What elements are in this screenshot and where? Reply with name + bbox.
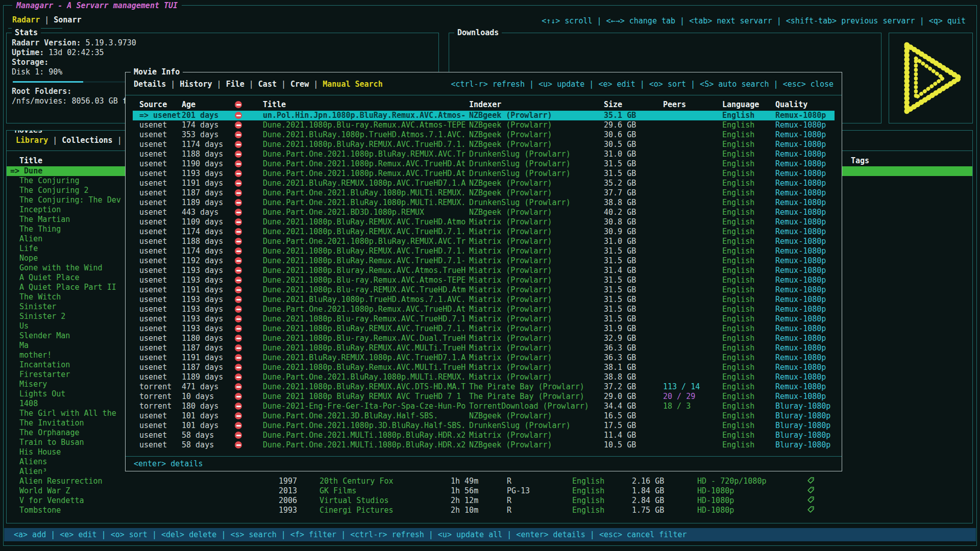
release-indexer: Miatrix (Prowlarr) (469, 305, 604, 314)
search-result-row[interactable]: => usenet201 daysun.Pol.Hin.Jpn.1080p.Bl… (133, 111, 835, 120)
movie-title: Train to Busan (19, 438, 84, 447)
release-peers (663, 421, 722, 431)
search-result-row[interactable]: usenet1174 daysDune.2021.1080p.BluRay.RE… (133, 246, 835, 256)
release-indexer: Miatrix (Prowlarr) (469, 276, 604, 285)
movie-row[interactable]: World War Z2013GK Films1h 56mPG-13Englis… (7, 486, 972, 496)
movie-title: The Martian (19, 215, 70, 224)
search-result-row[interactable]: torrent10 daysDune 2021 1080p BluRay REM… (133, 392, 835, 402)
selection-arrow: => (139, 111, 153, 120)
release-quality: Remux-1080p (775, 305, 835, 314)
tab-radarr[interactable]: Radarr (12, 15, 40, 24)
release-indexer: Miatrix (Prowlarr) (469, 285, 604, 295)
release-source: usenet (139, 188, 167, 197)
tab-crew[interactable]: Crew (290, 80, 309, 89)
release-age: 1109 days (182, 217, 235, 227)
no-entry-icon (235, 199, 242, 206)
release-title: Dune.Part.One.2021.1080p.BluRay.REMUX.AV… (263, 237, 469, 246)
movie-tags (851, 321, 972, 331)
movie-tags (851, 350, 972, 360)
search-result-row[interactable]: usenet443 daysDune.Part.One.2021.BD3D.10… (133, 208, 835, 217)
search-result-row[interactable]: usenet353 daysDune.2021.BluRay.1080p.Tru… (133, 130, 835, 140)
column-header: Size (604, 98, 663, 111)
release-language: English (722, 353, 775, 363)
tab-collections[interactable]: Collections (62, 136, 112, 145)
release-age: 1193 days (182, 324, 235, 334)
movie-tags (851, 283, 972, 292)
search-result-row[interactable]: usenet1174 daysDune.2021.1080p.BluRay.RE… (133, 140, 835, 149)
search-result-row[interactable]: torrent471 daysDune.2021.1080p.BluRay.RE… (133, 382, 835, 392)
search-result-row[interactable]: usenet1193 daysDune.Part.One.2021.1080p.… (133, 169, 835, 179)
no-entry-icon (235, 296, 242, 303)
downloads-panel-title: Downloads (454, 28, 502, 38)
search-result-row[interactable]: usenet1191 daysDune.2021.1080p.Blu-ray.R… (133, 285, 835, 295)
search-result-row[interactable]: usenet1191 daysDune.2021.BluRay.REMUX.10… (133, 353, 835, 363)
release-indexer: DrunkenSlug (Prowlarr) (469, 169, 604, 179)
movie-row[interactable]: Tombstone1993Cinergi Pictures2h 10mREngl… (7, 506, 972, 515)
release-title: Dune.Part.One.2021.3D.BluRay.Half-SBS. (263, 411, 469, 421)
release-title: Dune.Part.One.2021.BD3D.1080p.REMUX (263, 208, 469, 217)
search-result-row[interactable]: usenet1193 daysDune.2021.1080p.BluRay.RE… (133, 324, 835, 334)
search-result-row[interactable]: usenet1193 daysDune.2021.BluRay.1080p.Tr… (133, 295, 835, 305)
release-peers (663, 440, 722, 450)
release-size: 40.2 GB (604, 208, 663, 217)
release-indexer: NZBgeek (Prowlarr) (469, 208, 604, 217)
search-result-row[interactable]: usenet1187 daysDune.Part.One.2021.BluRay… (133, 188, 835, 198)
search-result-row[interactable]: torrent180 daysDune-2021-Eng-Fre-Ger-Ita… (133, 402, 835, 411)
release-source: usenet (139, 314, 167, 323)
search-result-row[interactable]: usenet1193 daysDune.2021.1080p.Blu-ray.R… (133, 276, 835, 285)
movie-tags (851, 166, 972, 176)
search-result-row[interactable]: usenet1174 daysDune.2021.1080p.BluRay.RE… (133, 227, 835, 237)
release-language: English (722, 246, 775, 256)
tab-history[interactable]: History (180, 80, 212, 89)
movie-title: Sinister 2 (19, 312, 65, 321)
tab-details[interactable]: Details (134, 80, 166, 89)
uptime-value: 13d 02:42:35 (48, 48, 104, 57)
movie-runtime: 2h 12m (451, 496, 507, 506)
release-indexer: Miatrix (Prowlarr) (469, 256, 604, 266)
managarr-tui: Managarr - A Servarr management TUI Rada… (0, 0, 980, 551)
search-result-row[interactable]: usenet1193 daysDune.Part.One.2021.1080p.… (133, 305, 835, 314)
search-result-row[interactable]: usenet1190 daysDune.Part.One.2021.1080p.… (133, 159, 835, 169)
tab-file[interactable]: File (226, 80, 244, 89)
movie-title: V for Vendetta (19, 496, 84, 506)
tab-library[interactable]: Library (16, 136, 48, 145)
search-result-row[interactable]: usenet1188 daysDune.Part.One.2021.1080p.… (133, 237, 835, 246)
release-quality: Remux-1080p (775, 334, 835, 343)
release-language: English (722, 372, 775, 382)
search-result-row[interactable]: usenet1189 daysDune.Part.One.2021.BluRay… (133, 372, 835, 382)
release-age: 1193 days (182, 266, 235, 276)
release-peers (663, 285, 722, 295)
movie-row[interactable]: V for Vendetta2006Virtual Studios2h 12mR… (7, 496, 972, 506)
movie-tags (851, 447, 972, 457)
tab-cast[interactable]: Cast (258, 80, 277, 89)
search-result-row[interactable]: usenet1187 daysDune.2021.1080p.BluRay.Re… (133, 363, 835, 372)
release-size: 32.9 GB (604, 334, 663, 343)
search-result-row[interactable]: usenet58 daysDune.Part.One.2021.MULTi.10… (133, 431, 835, 440)
search-result-row[interactable]: usenet1109 daysDune.2021.1080p.BluRay.RE… (133, 217, 835, 227)
search-result-row[interactable]: usenet1192 daysDune.2021.1080p.BluRay.Re… (133, 256, 835, 266)
search-result-row[interactable]: usenet1193 daysDune.2021.1080p.Blu-ray.R… (133, 314, 835, 324)
movie-row[interactable]: Alien Resurrection199720th Century Fox1h… (7, 477, 972, 486)
tag-icon (807, 496, 815, 504)
tab-manual-search[interactable]: Manual Search (323, 80, 382, 89)
search-result-row[interactable]: usenet1193 daysDune.2021.1080p.Bluray.Re… (133, 266, 835, 276)
release-peers (663, 140, 722, 149)
search-result-row[interactable]: usenet1191 daysDune.2021.BluRay.REMUX.10… (133, 179, 835, 188)
movie-tags (851, 244, 972, 254)
release-title: Dune.2021.1080p.BluRay.REMUX.AVC.TrueHD.… (263, 140, 469, 149)
search-result-row[interactable]: usenet1188 daysDune.Part.One.2021.1080p.… (133, 149, 835, 159)
root-folder-value: /nfs/movies: 8056.03 GB f (12, 96, 127, 106)
search-result-row[interactable]: usenet58 daysDune.Part.One.2021.MULTi.10… (133, 440, 835, 450)
search-result-row[interactable]: usenet101 daysDune.Part.One.2021.1080p.3… (133, 421, 835, 431)
release-peers (663, 411, 722, 421)
search-result-row[interactable]: usenet1187 daysDune.2021.1080p.BluRay.RE… (133, 343, 835, 353)
release-title: Dune.Part.One.2021.BluRay.1080p.MULTi.RE… (263, 188, 469, 198)
search-result-row[interactable]: usenet1180 daysDune.2021.1080p.Blu-ray.R… (133, 334, 835, 343)
release-age: 1188 days (182, 237, 235, 246)
search-result-row[interactable]: usenet101 daysDune.Part.One.2021.3D.BluR… (133, 411, 835, 421)
movie-runtime: 1h 49m (451, 477, 507, 486)
release-indexer: NZBgeek (Prowlarr) (469, 411, 604, 421)
tab-sonarr[interactable]: Sonarr (54, 15, 81, 24)
search-result-row[interactable]: usenet1189 daysDune.Part.One.2021.BluRay… (133, 198, 835, 208)
search-result-row[interactable]: usenet174 daysDune.2021.1080p.Blu-ray.Re… (133, 120, 835, 130)
